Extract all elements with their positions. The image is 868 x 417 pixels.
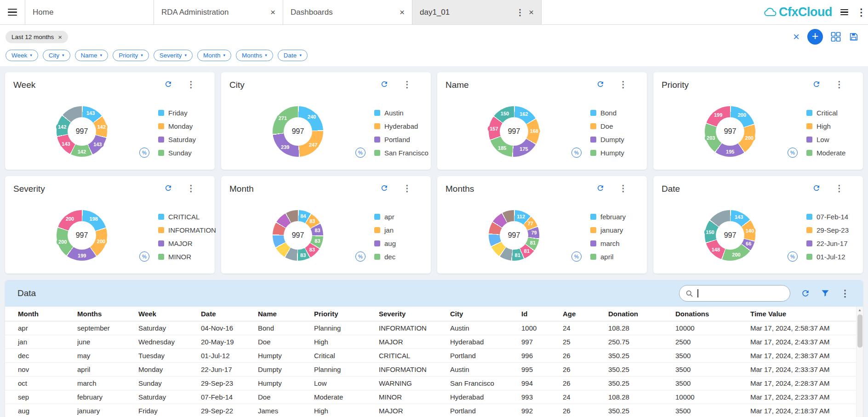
- chip-close-icon[interactable]: ×: [58, 34, 62, 40]
- chart-card-kebab-icon[interactable]: ⋮: [619, 79, 628, 90]
- refresh-icon[interactable]: [164, 184, 172, 194]
- percent-toggle-button[interactable]: %: [355, 251, 365, 262]
- percent-toggle-button[interactable]: %: [355, 148, 365, 158]
- add-button[interactable]: +: [807, 29, 823, 45]
- legend-label: Humpty: [600, 149, 624, 157]
- table-cell: INFORMATION: [379, 321, 450, 335]
- percent-toggle-button[interactable]: %: [788, 148, 798, 158]
- legend-label: january: [600, 226, 623, 234]
- refresh-icon[interactable]: [596, 184, 605, 194]
- table-row[interactable]: octmarchSunday29-Sep-23HumptyLowWARNINGS…: [5, 376, 856, 390]
- table-cell: 07-Feb-14: [201, 390, 258, 404]
- refresh-icon[interactable]: [596, 80, 605, 90]
- percent-toggle-button[interactable]: %: [788, 251, 798, 262]
- table-cell: High: [314, 404, 379, 417]
- refresh-icon[interactable]: [164, 80, 172, 90]
- table-cell: Tuesday: [138, 348, 201, 362]
- table-row[interactable]: janjuneWednesday20-May-19DoeHighMAJORHyd…: [5, 335, 856, 348]
- legend-item: Portland: [374, 133, 428, 146]
- filter-pill-priority[interactable]: Priority▾: [113, 50, 149, 61]
- legend-item: %april: [590, 250, 626, 263]
- refresh-icon[interactable]: [380, 184, 388, 194]
- chart-card-kebab-icon[interactable]: ⋮: [187, 79, 195, 90]
- legend-label: Moderate: [817, 149, 845, 157]
- legend-label: MINOR: [168, 253, 191, 261]
- legend-label: San Francisco: [384, 149, 428, 157]
- filter-pill-months[interactable]: Months▾: [236, 50, 273, 61]
- refresh-icon[interactable]: [801, 289, 810, 298]
- table-row[interactable]: aprseptemberSaturday04-Nov-16BondPlannin…: [5, 321, 856, 335]
- tab-home[interactable]: Home: [25, 0, 154, 24]
- save-icon[interactable]: [849, 32, 859, 42]
- data-panel-title: Data: [17, 288, 36, 298]
- legend-color-swatch: [374, 254, 380, 260]
- tab-dashboards[interactable]: Dashboards×: [283, 0, 412, 24]
- table-row[interactable]: decmayTuesday01-Jul-12HumptyCriticalCRIT…: [5, 348, 856, 362]
- filter-funnel-icon[interactable]: [821, 289, 830, 298]
- chart-card-kebab-icon[interactable]: ⋮: [403, 183, 411, 194]
- chart-card-kebab-icon[interactable]: ⋮: [835, 183, 844, 194]
- chart-card-kebab-icon[interactable]: ⋮: [403, 79, 411, 90]
- table-row[interactable]: sepfebruarySaturday07-Feb-14DoeModerateM…: [5, 390, 856, 404]
- tab-day1-01[interactable]: day1_01⋮×: [412, 0, 542, 24]
- percent-toggle-button[interactable]: %: [139, 251, 149, 262]
- chart-card-kebab-icon[interactable]: ⋮: [619, 183, 628, 194]
- table-cell: 26: [563, 404, 608, 417]
- table-cell: january: [77, 404, 138, 417]
- table-cell: Humpty: [258, 376, 314, 390]
- percent-toggle-button[interactable]: %: [139, 148, 149, 158]
- search-input[interactable]: [679, 285, 790, 302]
- donut-chart: 198200199200200997: [57, 210, 107, 261]
- table-cell: june: [77, 335, 138, 348]
- list-menu-icon[interactable]: [840, 9, 848, 16]
- percent-toggle-button[interactable]: %: [571, 251, 582, 262]
- table-cell: 1000: [521, 321, 563, 335]
- filter-pill-date[interactable]: Date▾: [278, 50, 308, 61]
- refresh-icon[interactable]: [380, 80, 388, 90]
- tab-kebab-icon[interactable]: ⋮: [516, 8, 524, 17]
- tab-close-icon[interactable]: ×: [529, 8, 534, 17]
- legend-item: MAJOR: [158, 237, 216, 250]
- percent-toggle-button[interactable]: %: [571, 148, 582, 158]
- table-row[interactable]: novaprilMonday22-Jun-17DumptyPlanningINF…: [5, 362, 856, 376]
- donut-total: 997: [68, 117, 96, 146]
- tab-close-icon[interactable]: ×: [400, 8, 405, 17]
- table-cell: apr: [5, 321, 77, 335]
- donut-segment-label: 199: [712, 112, 724, 118]
- topbar-kebab-icon[interactable]: ⋮: [857, 7, 866, 18]
- tab-close-icon[interactable]: ×: [270, 8, 275, 17]
- chart-card-kebab-icon[interactable]: ⋮: [835, 79, 844, 90]
- scrollbar-thumb[interactable]: [857, 314, 862, 348]
- donut-segment-label: 199: [76, 252, 88, 259]
- filter-pill-city[interactable]: City▾: [43, 50, 70, 61]
- filter-pill-name[interactable]: Name▾: [75, 50, 108, 61]
- table-cell: Austin: [450, 321, 521, 335]
- refresh-icon[interactable]: [812, 80, 821, 90]
- legend-color-swatch: [590, 254, 596, 260]
- filter-pill-severity[interactable]: Severity▾: [154, 50, 193, 61]
- column-header-donations: Donations: [675, 307, 750, 321]
- refresh-icon[interactable]: [812, 184, 821, 194]
- filter-pill-week[interactable]: Week▾: [6, 50, 38, 61]
- clear-filters-icon[interactable]: ×: [793, 31, 799, 42]
- tab-rda-administration[interactable]: RDA Administration×: [154, 0, 283, 24]
- donut-segment-label: 83: [298, 252, 308, 258]
- legend-item: Saturday: [158, 133, 196, 146]
- tab-bar: HomeRDA Administration×Dashboards×day1_0…: [25, 0, 542, 24]
- hamburger-menu-icon[interactable]: [0, 0, 25, 24]
- widgets-grid-icon[interactable]: [831, 32, 841, 42]
- table-scrollbar[interactable]: ▲: [856, 307, 863, 417]
- data-panel-kebab-icon[interactable]: ⋮: [840, 288, 850, 299]
- chart-card-kebab-icon[interactable]: ⋮: [187, 183, 195, 194]
- table-row[interactable]: augjanuaryFriday29-Sep-22JamesHighMAJORP…: [5, 404, 856, 417]
- donut-chart: 240247239271997: [273, 106, 323, 157]
- legend-item: Low: [806, 133, 845, 146]
- legend-color-swatch: [158, 240, 164, 246]
- filter-pill-month[interactable]: Month▾: [197, 50, 231, 61]
- column-header-name: Name: [258, 307, 314, 321]
- cfxcloud-logo: CfxCloud: [764, 5, 832, 19]
- column-header-id: Id: [521, 307, 563, 321]
- scrollbar-up-icon[interactable]: ▲: [857, 307, 863, 314]
- table-cell: Hyderabad: [450, 390, 521, 404]
- time-filter-chip[interactable]: Last 12 months ×: [6, 31, 68, 43]
